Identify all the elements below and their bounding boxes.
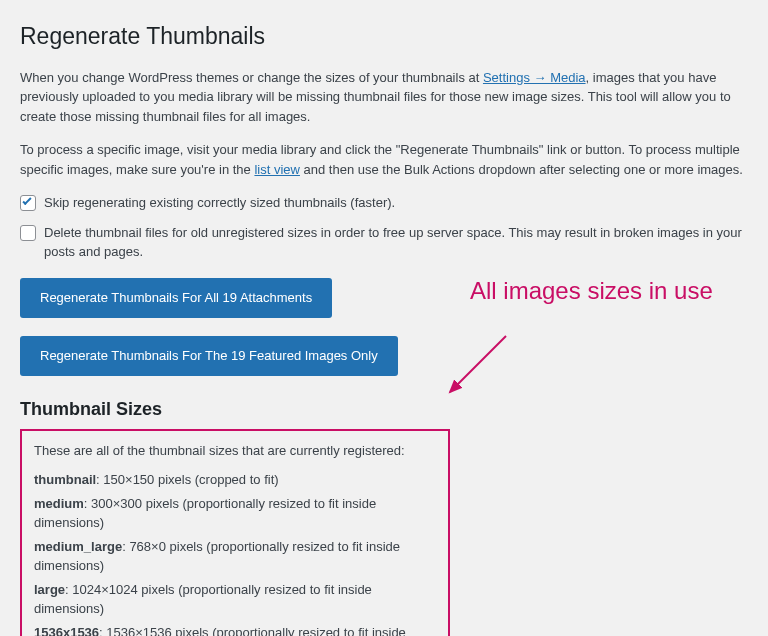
regenerate-all-button[interactable]: Regenerate Thumbnails For All 19 Attachm…	[20, 278, 332, 318]
skip-checkbox[interactable]	[20, 195, 36, 211]
thumbnail-sizes-intro: These are all of the thumbnail sizes tha…	[34, 441, 436, 461]
thumbnail-size-row: 1536x1536: 1536×1536 pixels (proportiona…	[34, 623, 436, 637]
thumbnail-sizes-panel: These are all of the thumbnail sizes tha…	[20, 429, 450, 637]
thumbnail-sizes-heading: Thumbnail Sizes	[20, 396, 748, 423]
option-skip-row: Skip regenerating existing correctly siz…	[20, 193, 748, 213]
delete-checkbox[interactable]	[20, 225, 36, 241]
intro-paragraph-1: When you change WordPress themes or chan…	[20, 68, 748, 127]
option-delete-row: Delete thumbnail files for old unregiste…	[20, 223, 748, 262]
thumbnail-size-desc: 300×300 pixels (proportionally resized t…	[34, 496, 376, 531]
thumbnail-size-row: large: 1024×1024 pixels (proportionally …	[34, 580, 436, 619]
thumbnail-size-row: medium: 300×300 pixels (proportionally r…	[34, 494, 436, 533]
thumbnail-size-name: large	[34, 582, 65, 597]
intro-text: When you change WordPress themes or chan…	[20, 70, 483, 85]
thumbnail-size-row: thumbnail: 150×150 pixels (cropped to fi…	[34, 470, 436, 490]
page-title: Regenerate Thumbnails	[20, 10, 748, 58]
thumbnail-size-name: medium_large	[34, 539, 122, 554]
regenerate-featured-button[interactable]: Regenerate Thumbnails For The 19 Feature…	[20, 336, 398, 376]
thumbnail-size-desc: 150×150 pixels (cropped to fit)	[103, 472, 278, 487]
thumbnail-size-row: medium_large: 768×0 pixels (proportional…	[34, 537, 436, 576]
thumbnail-size-desc: 1024×1024 pixels (proportionally resized…	[34, 582, 372, 617]
delete-checkbox-label[interactable]: Delete thumbnail files for old unregiste…	[44, 223, 748, 262]
settings-media-link[interactable]: Settings → Media	[483, 70, 586, 85]
skip-checkbox-label[interactable]: Skip regenerating existing correctly siz…	[44, 193, 395, 213]
intro2-text-tail: and then use the Bulk Actions dropdown a…	[300, 162, 743, 177]
thumbnail-size-name: 1536x1536	[34, 625, 99, 637]
thumbnail-size-name: medium	[34, 496, 84, 511]
list-view-link[interactable]: list view	[254, 162, 300, 177]
intro-paragraph-2: To process a specific image, visit your …	[20, 140, 748, 179]
thumbnail-size-name: thumbnail	[34, 472, 96, 487]
